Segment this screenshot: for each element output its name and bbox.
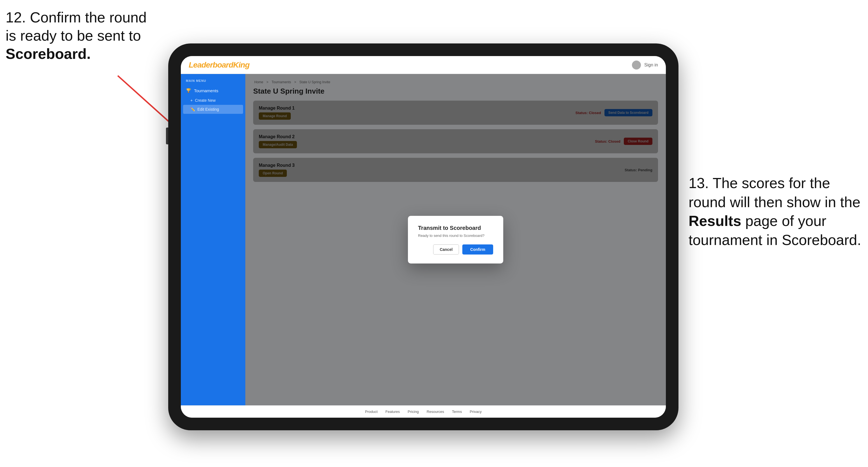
logo-text: Leaderboard bbox=[189, 61, 233, 69]
sidebar-item-tournaments[interactable]: 🏆 Tournaments bbox=[181, 85, 245, 96]
instruction-bold: Scoreboard. bbox=[6, 46, 91, 62]
sign-in-link[interactable]: Sign in bbox=[644, 63, 658, 67]
topbar: LeaderboardKing Sign in bbox=[181, 56, 666, 74]
cancel-button[interactable]: Cancel bbox=[433, 244, 459, 254]
instruction-right-bold: Results bbox=[688, 213, 741, 229]
footer-pricing[interactable]: Pricing bbox=[408, 409, 419, 414]
topbar-right: Sign in bbox=[632, 61, 658, 69]
footer-resources[interactable]: Resources bbox=[427, 409, 444, 414]
instruction-line2: is ready to be sent to bbox=[6, 28, 141, 44]
sidebar: MAIN MENU 🏆 Tournaments + Create New ✏️ … bbox=[181, 74, 245, 405]
step-number: 12. bbox=[6, 9, 26, 26]
sidebar-edit-label: Edit Existing bbox=[197, 107, 219, 112]
sidebar-item-create-new[interactable]: + Create New bbox=[181, 96, 245, 105]
footer-terms[interactable]: Terms bbox=[452, 409, 462, 414]
footer-features[interactable]: Features bbox=[385, 409, 400, 414]
content-area: Home > Tournaments > State U Spring Invi… bbox=[245, 74, 666, 405]
instruction-right: 13. The scores for the round will then s… bbox=[688, 174, 862, 249]
main-layout: MAIN MENU 🏆 Tournaments + Create New ✏️ … bbox=[181, 74, 666, 405]
modal-actions: Cancel Confirm bbox=[418, 244, 493, 254]
footer-product[interactable]: Product bbox=[365, 409, 378, 414]
tablet-device: LeaderboardKing Sign in MAIN MENU 🏆 Tour… bbox=[168, 43, 679, 430]
instruction-top: 12. Confirm the round is ready to be sen… bbox=[6, 8, 147, 63]
avatar bbox=[632, 61, 641, 69]
modal-title: Transmit to Scoreboard bbox=[418, 225, 493, 231]
sidebar-item-edit-existing[interactable]: ✏️ Edit Existing bbox=[183, 105, 243, 114]
sidebar-create-label: Create New bbox=[195, 98, 216, 102]
footer-privacy[interactable]: Privacy bbox=[470, 409, 482, 414]
plus-icon: + bbox=[190, 98, 193, 102]
logo-accent: King bbox=[233, 61, 250, 69]
logo: LeaderboardKing bbox=[189, 61, 250, 69]
trophy-icon: 🏆 bbox=[186, 88, 191, 93]
modal-subtitle: Ready to send this round to Scoreboard? bbox=[418, 234, 493, 238]
instruction-right-text1: The scores for the round will then show … bbox=[688, 175, 861, 210]
sidebar-tournaments-label: Tournaments bbox=[194, 88, 218, 93]
step-number-right: 13. bbox=[688, 175, 709, 191]
modal-overlay: Transmit to Scoreboard Ready to send thi… bbox=[245, 74, 666, 405]
transmit-modal: Transmit to Scoreboard Ready to send thi… bbox=[408, 216, 503, 263]
edit-icon: ✏️ bbox=[190, 107, 195, 112]
sidebar-menu-label: MAIN MENU bbox=[181, 79, 245, 85]
instruction-line1: Confirm the round bbox=[30, 9, 147, 26]
screen-footer: Product Features Pricing Resources Terms… bbox=[181, 405, 666, 418]
confirm-button[interactable]: Confirm bbox=[462, 244, 493, 254]
tablet-screen: LeaderboardKing Sign in MAIN MENU 🏆 Tour… bbox=[181, 56, 666, 418]
